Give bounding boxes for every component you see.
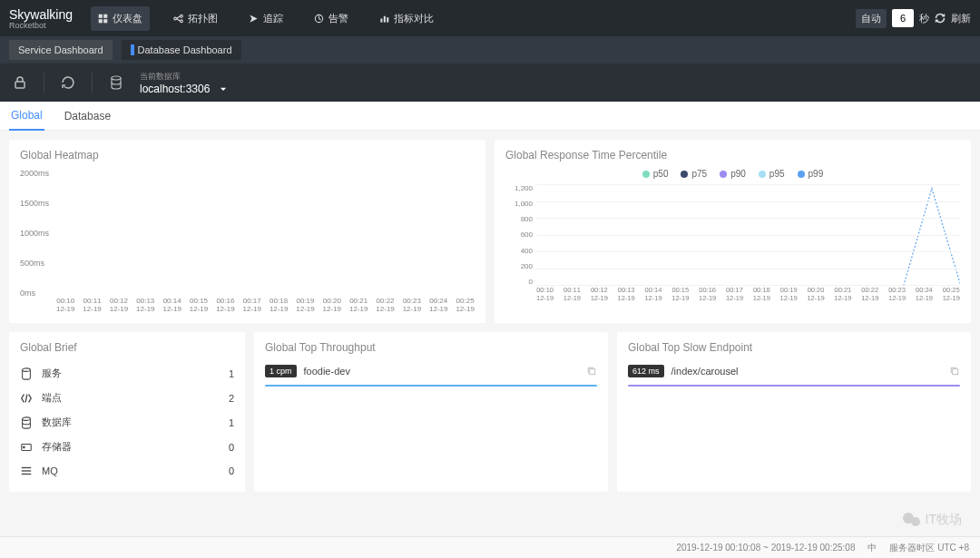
- svg-line-12: [319, 18, 321, 19]
- entry-value: foodie-dev: [304, 366, 579, 377]
- svg-point-6: [181, 19, 183, 22]
- svg-point-17: [112, 76, 121, 80]
- nav-topology[interactable]: 拓扑图: [166, 6, 225, 31]
- database-icon: [109, 75, 123, 90]
- alarm-icon: [314, 14, 324, 24]
- heatmap-card: Global Heatmap 2000ms 1500ms 1000ms 500m…: [9, 140, 485, 323]
- entry-value: /index/carousel: [671, 366, 942, 377]
- legend-item[interactable]: p95: [759, 169, 785, 179]
- legend-dot: [798, 171, 805, 178]
- legend-item[interactable]: p50: [642, 169, 669, 179]
- legend-item[interactable]: p90: [720, 169, 746, 179]
- brief-row: 数据库1: [20, 410, 234, 435]
- nav-label: 告警: [328, 12, 348, 25]
- svg-line-8: [176, 18, 180, 21]
- svg-rect-16: [15, 82, 24, 88]
- active-indicator: [131, 44, 134, 55]
- svg-point-21: [24, 446, 25, 448]
- badge: 1 cpm: [265, 365, 297, 377]
- copy-icon[interactable]: [949, 366, 960, 377]
- nav-label: 追踪: [263, 12, 283, 25]
- sec-label: 秒: [919, 12, 929, 25]
- nav-compare[interactable]: 指标对比: [372, 6, 441, 31]
- auto-label[interactable]: 自动: [856, 9, 887, 28]
- heatmap-x-axis: 00:1012-1900:1112-1900:1212-1900:1312-19…: [56, 297, 475, 314]
- slow-endpoint-card: Global Top Slow Endpoint 612 ms /index/c…: [617, 332, 971, 492]
- chart-y-axis: 1,200 1,000 800 600 400 200 0: [505, 184, 533, 286]
- copy-icon[interactable]: [586, 366, 597, 377]
- logo-main: Skywalking: [9, 7, 73, 22]
- lock-icon[interactable]: [13, 75, 27, 90]
- brief-row: 存储器0: [20, 435, 234, 459]
- line-chart: 1,200 1,000 800 600 400 200 0 00:1012-19…: [505, 184, 960, 302]
- time-range[interactable]: 2019-12-19 00:10:08 ~ 2019-12-19 00:25:0…: [676, 543, 855, 553]
- svg-point-4: [174, 17, 177, 20]
- wechat-icon: [900, 509, 922, 531]
- underline: [265, 385, 597, 387]
- content-tabs: Global Database: [0, 102, 980, 131]
- db-label: 当前数据库: [140, 71, 228, 83]
- db-value: localhost:3306: [140, 83, 210, 95]
- watermark: IT牧场: [900, 509, 962, 531]
- brief-row: 服务1: [20, 361, 234, 386]
- svg-rect-1: [103, 14, 107, 17]
- svg-point-19: [23, 416, 31, 420]
- tab-service-dashboard[interactable]: Service Dashboard: [9, 40, 113, 60]
- separator: [44, 73, 44, 93]
- toolbar: 自动 秒 刷新: [856, 9, 971, 28]
- chevron-down-icon: [219, 84, 228, 93]
- topbar: Skywalking Rocketbot 仪表盘 拓扑图 追踪 告警 指标对比 …: [0, 0, 980, 36]
- svg-rect-3: [103, 19, 107, 23]
- nav-label: 指标对比: [394, 12, 434, 25]
- refresh-label[interactable]: 刷新: [951, 12, 971, 25]
- lang-toggle[interactable]: 中: [867, 542, 877, 554]
- legend-dot: [681, 171, 688, 178]
- throughput-entry[interactable]: 1 cpm foodie-dev: [265, 361, 597, 381]
- tab-database[interactable]: Database: [63, 103, 113, 130]
- compare-icon: [379, 14, 389, 24]
- legend-dot: [720, 171, 727, 178]
- timezone: 服务器时区 UTC +8: [889, 542, 969, 554]
- brief-row: MQ0: [20, 459, 234, 483]
- dashboard-icon: [98, 14, 108, 24]
- card-title: Global Heatmap: [20, 149, 475, 162]
- nav-label: 拓扑图: [188, 12, 218, 25]
- grid: [536, 184, 960, 286]
- tab-label: Service Dashboard: [18, 44, 103, 55]
- brief-row: 端点2: [20, 386, 234, 410]
- legend-item[interactable]: p99: [798, 169, 824, 179]
- heatmap-y-axis: 2000ms 1500ms 1000ms 500ms 0ms: [20, 169, 49, 298]
- svg-rect-14: [384, 15, 386, 22]
- chart-x-axis: 00:1012-1900:1112-1900:1212-1900:1312-19…: [536, 286, 960, 302]
- legend-dot: [642, 171, 650, 178]
- logo: Skywalking Rocketbot: [9, 7, 73, 30]
- nav-alarm[interactable]: 告警: [307, 6, 356, 31]
- svg-rect-2: [99, 19, 103, 23]
- seconds-input[interactable]: [892, 9, 914, 27]
- tab-global[interactable]: Global: [9, 102, 44, 131]
- card-title: Global Response Time Percentile: [505, 149, 960, 162]
- refresh-icon[interactable]: [935, 13, 946, 24]
- subnav: Service Dashboard Database Dashboard: [0, 36, 980, 64]
- tab-label: Database Dashboard: [138, 44, 232, 55]
- tab-database-dashboard[interactable]: Database Dashboard: [122, 40, 241, 60]
- database-selector[interactable]: 当前数据库 localhost:3306: [140, 71, 228, 95]
- badge: 612 ms: [628, 365, 664, 377]
- svg-rect-15: [387, 17, 388, 23]
- nav-dashboard[interactable]: 仪表盘: [91, 6, 150, 31]
- legend-item[interactable]: p75: [681, 169, 707, 179]
- svg-rect-13: [380, 18, 382, 22]
- topology-icon: [173, 14, 183, 24]
- throughput-card: Global Top Throughput 1 cpm foodie-dev: [254, 332, 608, 492]
- chart-legend: p50p75p90p95p99: [505, 169, 960, 179]
- heatmap-chart: 2000ms 1500ms 1000ms 500ms 0ms 00:1012-1…: [20, 169, 475, 314]
- slow-entry[interactable]: 612 ms /index/carousel: [628, 361, 960, 381]
- nav-trace[interactable]: 追踪: [241, 6, 290, 31]
- svg-rect-26: [953, 369, 958, 375]
- card-title: Global Brief: [20, 341, 234, 354]
- footer: 2019-12-19 00:10:08 ~ 2019-12-19 00:25:0…: [0, 536, 980, 558]
- database-bar: 当前数据库 localhost:3306: [0, 64, 980, 102]
- reload-icon[interactable]: [61, 75, 75, 90]
- underline: [628, 385, 960, 387]
- main-nav: 仪表盘 拓扑图 追踪 告警 指标对比: [91, 6, 441, 31]
